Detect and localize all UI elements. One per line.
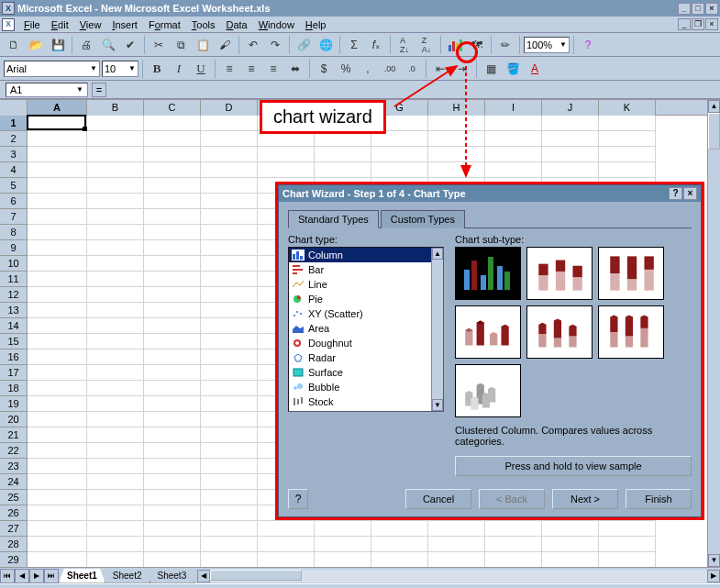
cell[interactable]: [201, 131, 258, 147]
cell[interactable]: [599, 552, 656, 567]
menu-format[interactable]: Format: [143, 18, 186, 31]
cell[interactable]: [87, 240, 144, 256]
chart-type-listbox[interactable]: Column Bar Line Pie XY (Scatter) Area Do…: [288, 247, 444, 412]
cell[interactable]: [87, 334, 144, 349]
scroll-thumb[interactable]: [708, 113, 720, 150]
cut-icon[interactable]: ✂: [149, 35, 169, 55]
row-header-21[interactable]: 21: [0, 427, 28, 443]
row-header-10[interactable]: 10: [0, 256, 28, 272]
cell[interactable]: [201, 162, 258, 178]
cell[interactable]: [144, 365, 201, 381]
back-button[interactable]: < Back: [479, 489, 545, 509]
select-all-corner[interactable]: [0, 100, 28, 116]
cell[interactable]: [28, 334, 87, 349]
cell[interactable]: [201, 505, 258, 521]
row-header-15[interactable]: 15: [0, 334, 28, 349]
cell[interactable]: [87, 287, 144, 303]
cell[interactable]: [144, 396, 201, 412]
cell[interactable]: [144, 412, 201, 427]
row-header-25[interactable]: 25: [0, 490, 28, 505]
cell[interactable]: [28, 349, 87, 365]
cell[interactable]: [201, 365, 258, 381]
cell[interactable]: [28, 552, 87, 567]
cell[interactable]: [485, 552, 542, 567]
spellcheck-icon[interactable]: ✔: [120, 35, 140, 55]
cell[interactable]: [144, 272, 201, 287]
sheet-tab-2[interactable]: Sheet2: [105, 569, 150, 583]
cell[interactable]: [201, 537, 258, 552]
scroll-right-icon[interactable]: ▶: [707, 570, 720, 582]
merge-center-icon[interactable]: ⬌: [285, 59, 305, 79]
cell[interactable]: [428, 116, 485, 131]
cell[interactable]: [144, 443, 201, 459]
row-header-13[interactable]: 13: [0, 303, 28, 318]
cell[interactable]: [201, 427, 258, 443]
column-header-d[interactable]: D: [201, 100, 258, 116]
cell[interactable]: [87, 505, 144, 521]
new-icon[interactable]: 🗋: [4, 35, 24, 55]
column-header-a[interactable]: A: [28, 100, 87, 116]
align-right-icon[interactable]: ≡: [263, 59, 283, 79]
cell[interactable]: [144, 303, 201, 318]
subtype-3d-column[interactable]: [455, 364, 521, 417]
font-select[interactable]: Arial▼: [4, 61, 100, 77]
row-header-6[interactable]: 6: [0, 194, 28, 209]
cell[interactable]: [28, 225, 87, 240]
cell[interactable]: [28, 318, 87, 334]
subtype-clustered-column[interactable]: [455, 247, 521, 300]
cell[interactable]: [87, 427, 144, 443]
cell[interactable]: [258, 162, 315, 178]
chart-type-pie[interactable]: Pie: [289, 292, 443, 306]
cell[interactable]: [371, 147, 428, 162]
print-icon[interactable]: 🖨: [76, 35, 96, 55]
copy-icon[interactable]: ⧉: [171, 35, 191, 55]
zoom-select[interactable]: 100%▼: [524, 37, 570, 53]
list-scrollbar[interactable]: ▲▼: [431, 248, 443, 411]
cell[interactable]: [87, 396, 144, 412]
row-header-28[interactable]: 28: [0, 537, 28, 552]
cell[interactable]: [428, 131, 485, 147]
row-header-24[interactable]: 24: [0, 474, 28, 490]
column-header-b[interactable]: B: [87, 100, 144, 116]
function-icon[interactable]: fₓ: [366, 35, 386, 55]
cell[interactable]: [542, 147, 599, 162]
cell[interactable]: [28, 521, 87, 537]
cell[interactable]: [542, 116, 599, 131]
row-header-26[interactable]: 26: [0, 505, 28, 521]
sort-desc-icon[interactable]: ZA↓: [416, 35, 437, 55]
row-header-4[interactable]: 4: [0, 162, 28, 178]
cell[interactable]: [28, 272, 87, 287]
cell[interactable]: [28, 178, 87, 194]
doc-close-button[interactable]: ×: [705, 18, 718, 30]
cell[interactable]: [28, 474, 87, 490]
cell[interactable]: [258, 537, 315, 552]
cell[interactable]: [599, 131, 656, 147]
cell[interactable]: [87, 131, 144, 147]
web-toolbar-icon[interactable]: 🌐: [316, 35, 336, 55]
cell[interactable]: [201, 272, 258, 287]
row-header-29[interactable]: 29: [0, 552, 28, 567]
cell[interactable]: [428, 162, 485, 178]
cell[interactable]: [201, 552, 258, 567]
cell[interactable]: [485, 116, 542, 131]
row-header-12[interactable]: 12: [0, 287, 28, 303]
cell[interactable]: [144, 194, 201, 209]
decrease-indent-icon[interactable]: ⇤: [430, 59, 450, 79]
row-header-20[interactable]: 20: [0, 412, 28, 427]
cell[interactable]: [87, 116, 144, 131]
next-button[interactable]: Next >: [552, 489, 618, 509]
cell[interactable]: [201, 443, 258, 459]
cell[interactable]: [28, 287, 87, 303]
cell[interactable]: [201, 116, 258, 131]
font-size-select[interactable]: 10▼: [102, 61, 138, 77]
cell[interactable]: [144, 427, 201, 443]
cell[interactable]: [28, 490, 87, 505]
help-icon[interactable]: ?: [578, 35, 598, 55]
row-header-7[interactable]: 7: [0, 209, 28, 225]
subtype-3d-100pct-stacked-column[interactable]: [598, 305, 664, 359]
chart-type-line[interactable]: Line: [289, 277, 443, 292]
cell[interactable]: [87, 412, 144, 427]
subtype-stacked-column[interactable]: [526, 247, 593, 300]
cell[interactable]: [144, 505, 201, 521]
cell[interactable]: [201, 396, 258, 412]
